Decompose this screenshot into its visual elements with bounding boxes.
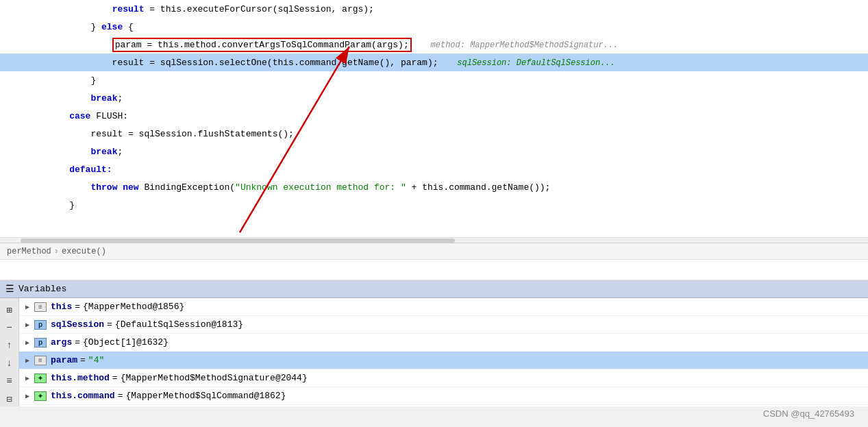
code-line-11: throw new BindingException("Unknown exec…: [0, 178, 868, 196]
breadcrumb-bar: perMethod › execute(): [0, 243, 868, 260]
code-text: throw new BindingException("Unknown exec…: [48, 182, 550, 193]
code-line-2: } else {: [0, 18, 868, 36]
code-text: result = sqlSession.flushStatements();: [48, 129, 294, 139]
var-icon-this: ≡: [34, 302, 47, 312]
variables-body: ⊞ − ↑ ↓ ≡ ⊟ ▶ ≡ this = {MapperMethod@185…: [0, 298, 868, 406]
var-value-args: {Object[1]@1632}: [83, 337, 169, 347]
code-line-9: break;: [0, 143, 868, 160]
var-equals-this-command: =: [118, 391, 123, 401]
expand-icon-param[interactable]: ▶: [22, 355, 33, 366]
var-toolbar-btn-1[interactable]: ⊞: [2, 302, 17, 317]
var-row-args[interactable]: ▶ p args = {Object[1]@1632}: [19, 334, 868, 352]
var-row-this-command[interactable]: ▶ ✦ this.command = {MapperMethod$SqlComm…: [19, 387, 868, 405]
code-text: result = sqlSession.selectOne(this.comma…: [48, 58, 615, 68]
code-line-8: result = sqlSession.flushStatements();: [0, 125, 868, 143]
code-line-6: break;: [0, 89, 868, 107]
variables-icon: ☰: [5, 283, 14, 295]
var-toolbar-btn-3[interactable]: ↑: [2, 338, 17, 353]
var-name-sqlsession: sqlSession: [51, 319, 104, 330]
var-value-this-command: {MapperMethod$SqlCommand@1862}: [125, 391, 286, 401]
var-equals-this: =: [75, 302, 80, 312]
code-line-3-red: param = this.method.convertArgsToSqlComm…: [0, 36, 868, 53]
var-row-this-method[interactable]: ▶ ✦ this.method = {MapperMethod$MethodSi…: [19, 369, 868, 387]
code-text: param = this.method.convertArgsToSqlComm…: [48, 40, 618, 50]
variables-content: ▶ ≡ this = {MapperMethod@1856} ▶ p sqlSe…: [19, 298, 868, 406]
main-layout: result = this.executeForCursor(sqlSessio…: [0, 0, 868, 427]
breadcrumb-sep: ›: [54, 247, 59, 256]
var-name-this-command: this.command: [51, 391, 115, 401]
code-text: result = this.executeForCursor(sqlSessio…: [48, 4, 374, 14]
expand-icon-this[interactable]: ▶: [22, 302, 33, 313]
var-icon-sqlsession: p: [34, 320, 47, 330]
variables-header: ☰ Variables: [0, 280, 868, 298]
var-name-param: param: [51, 355, 77, 365]
code-scrollbar[interactable]: [0, 237, 868, 243]
var-name-args: args: [51, 337, 72, 347]
tooltip-method: method: MapperMethod$MethodSignatur...: [431, 40, 619, 50]
var-equals-sqlsession: =: [107, 319, 112, 330]
var-value-sqlsession: {DefaultSqlSession@1813}: [115, 319, 243, 330]
code-text: } else {: [48, 22, 134, 32]
code-text: }: [48, 75, 96, 86]
breadcrumb-part2: execute(): [62, 247, 106, 256]
var-icon-args: p: [34, 338, 47, 347]
empty-area: [0, 260, 868, 280]
var-side-toolbar: ⊞ − ↑ ↓ ≡ ⊟: [0, 298, 19, 406]
code-editor: result = this.executeForCursor(sqlSessio…: [0, 0, 868, 243]
scrollbar-thumb[interactable]: [21, 239, 455, 243]
code-line-10: default:: [0, 160, 868, 178]
expand-icon-this-method[interactable]: ▶: [22, 373, 33, 384]
var-equals-param: =: [80, 355, 86, 365]
var-value-this-method: {MapperMethod$MethodSignature@2044}: [121, 373, 308, 383]
code-text: }: [48, 200, 75, 210]
expand-icon-sqlsession[interactable]: ▶: [22, 319, 33, 330]
watermark: CSDN @qq_42765493: [763, 408, 854, 419]
var-row-param[interactable]: ▶ ≡ param = "4": [19, 352, 868, 369]
code-text: break;: [48, 147, 123, 157]
code-line-12: }: [0, 196, 868, 214]
var-toolbar-btn-5[interactable]: ≡: [2, 374, 17, 389]
var-equals-this-method: =: [112, 373, 118, 383]
var-toolbar-btn-2[interactable]: −: [2, 320, 17, 335]
code-text: default:: [48, 164, 112, 175]
var-icon-this-command: ✦: [34, 391, 47, 401]
expand-icon-args[interactable]: ▶: [22, 337, 33, 348]
var-row-this[interactable]: ▶ ≡ this = {MapperMethod@1856}: [19, 298, 868, 316]
code-line-4-blue: result = sqlSession.selectOne(this.comma…: [0, 53, 868, 71]
var-value-this: {MapperMethod@1856}: [83, 302, 184, 312]
code-text: break;: [48, 93, 123, 103]
var-toolbar-btn-6[interactable]: ⊟: [2, 391, 17, 406]
code-line-7: case FLUSH:: [0, 107, 868, 125]
variables-label: Variables: [18, 284, 66, 294]
expand-icon-this-command[interactable]: ▶: [22, 391, 33, 402]
variables-panel: ☰ Variables ⊞ − ↑ ↓ ≡ ⊟ ▶ ≡ this = {M: [0, 280, 868, 427]
breadcrumb-part1: perMethod: [7, 247, 51, 256]
var-name-this-method: this.method: [51, 373, 110, 383]
var-equals-args: =: [75, 337, 80, 347]
var-icon-this-method: ✦: [34, 374, 47, 383]
code-text: case FLUSH:: [48, 111, 128, 121]
var-name-this: this: [51, 302, 72, 312]
var-toolbar-btn-4[interactable]: ↓: [2, 356, 17, 371]
var-row-sqlsession[interactable]: ▶ p sqlSession = {DefaultSqlSession@1813…: [19, 316, 868, 334]
var-value-param: "4": [88, 355, 104, 365]
code-line-5: }: [0, 71, 868, 89]
var-icon-param: ≡: [34, 356, 47, 365]
code-line-1: result = this.executeForCursor(sqlSessio…: [0, 0, 868, 18]
tooltip-sqlsession: sqlSession: DefaultSqlSession...: [457, 58, 615, 68]
